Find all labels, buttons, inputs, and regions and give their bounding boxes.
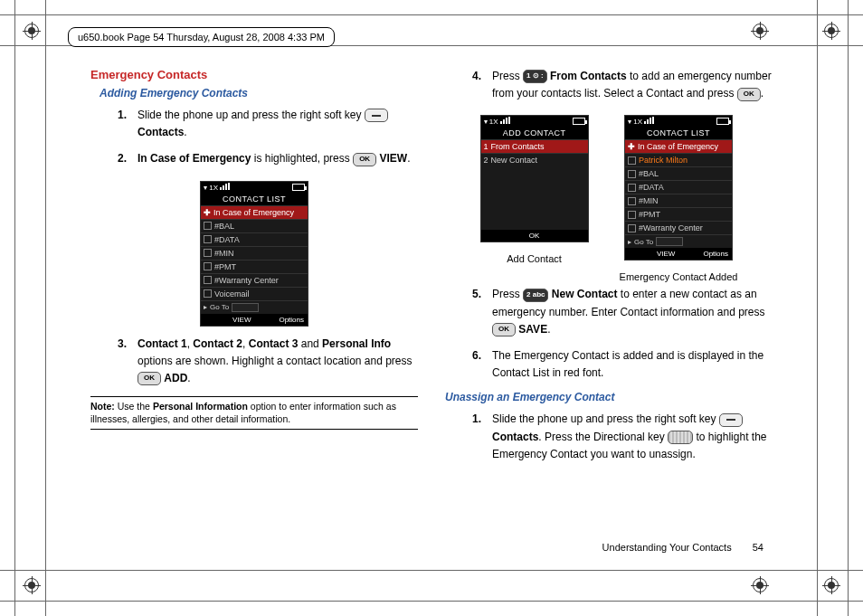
step-text-bold: From Contacts	[550, 70, 627, 82]
list-item: #PMT	[639, 210, 660, 219]
step-2: 2. In Case of Emergency is highlighted, …	[118, 150, 418, 167]
ok-key-icon: OK	[737, 88, 761, 101]
footer-chapter: Understanding Your Contacts	[602, 542, 732, 553]
softkey-view: VIEW	[232, 316, 251, 324]
right-soft-key-icon	[719, 413, 743, 427]
note-text: Use the	[115, 401, 153, 412]
signal-label: 1X	[209, 184, 218, 192]
softkey-ok: OK	[529, 232, 540, 240]
phone-title: CONTACT LIST	[625, 127, 732, 139]
subheading-unassign: Unassign an Emergency Contact	[445, 391, 773, 403]
directional-key-icon	[668, 431, 693, 444]
step-5: 5. Press 2 abc New Contact to enter a ne…	[472, 286, 773, 338]
list-item: #Warranty Center	[214, 276, 279, 285]
caption-emergency-added: Emergency Contact Added	[620, 271, 738, 282]
list-item: Patrick Milton	[639, 156, 688, 165]
unassign-step-1: 1. Slide the phone up and press the righ…	[472, 411, 773, 463]
step-text-bold: Contact 2	[193, 337, 242, 350]
page-content: Emergency Contacts Adding Emergency Cont…	[90, 68, 773, 557]
right-column: 4. Press 1 ⊙ : From Contacts to add an e…	[445, 68, 773, 557]
step-text-bold: SAVE	[518, 323, 547, 336]
page-header-stamp: u650.book Page 54 Thursday, August 28, 2…	[68, 27, 335, 47]
list-item: New Contact	[491, 156, 538, 165]
note-bold: Personal Information	[153, 401, 248, 412]
step-text-bold: Contact 1	[138, 337, 187, 350]
ok-key-icon: OK	[353, 153, 376, 166]
list-item: #BAL	[639, 169, 659, 178]
step-text-bold: In Case of Emergency	[138, 152, 251, 165]
step-text: Slide the phone up and press the right s…	[492, 412, 719, 425]
list-item: In Case of Emergency	[213, 208, 294, 217]
step-text: .	[407, 152, 410, 165]
heading-emergency-contacts: Emergency Contacts	[90, 68, 418, 81]
step-text: .	[547, 323, 550, 336]
step-number: 2.	[118, 150, 138, 167]
list-item: From Contacts	[491, 142, 545, 151]
list-item: #DATA	[639, 183, 664, 192]
ok-key-icon: OK	[492, 323, 516, 336]
step-text: Slide the phone up and press the right s…	[138, 109, 365, 121]
note-block: Note: Use the Personal Information optio…	[90, 396, 418, 430]
note-label: Note:	[90, 401, 115, 412]
list-item: #MIN	[639, 196, 659, 205]
step-number: 5.	[472, 286, 492, 338]
step-text: . Press the Directional key	[538, 431, 668, 443]
step-6: 6. The Emergency Contact is added and is…	[472, 347, 773, 382]
phone-screenshot-contact-list: ▾ 1X CONTACT LIST ✚In Case of Emergency …	[200, 181, 308, 327]
one-key-icon: 1 ⊙ :	[523, 70, 547, 83]
step-number: 4.	[472, 68, 492, 102]
step-text: .	[761, 87, 763, 100]
signal-label: 1X	[489, 118, 498, 126]
step-text: .	[184, 126, 186, 138]
goto-label: Go To	[634, 238, 653, 246]
step-text: .	[187, 372, 190, 384]
phone-screenshot-add-contact: ▾ 1X ADD CONTACT 1From Contacts 2New Con…	[480, 115, 589, 242]
step-number: 6.	[472, 347, 492, 382]
step-text-bold: Contacts	[138, 126, 184, 138]
goto-label: Go To	[210, 303, 229, 311]
step-4: 4. Press 1 ⊙ : From Contacts to add an e…	[472, 68, 773, 102]
list-item: #MIN	[214, 249, 234, 258]
battery-icon	[716, 118, 729, 125]
subheading-adding: Adding Emergency Contacts	[100, 87, 418, 100]
screenshots-row: ▾ 1X ADD CONTACT 1From Contacts 2New Con…	[445, 111, 773, 282]
list-item: #BAL	[214, 222, 234, 231]
step-3: 3. Contact 1, Contact 2, Contact 3 and P…	[118, 336, 418, 388]
footer-page-number: 54	[753, 542, 763, 553]
step-text-bold: New Contact	[552, 288, 618, 300]
list-item: Voicemail	[214, 289, 250, 299]
list-item: In Case of Emergency	[638, 142, 718, 151]
step-text: options are shown. Highlight a contact l…	[138, 355, 413, 367]
phone-screenshot-emergency-added: ▾ 1X CONTACT LIST ✚In Case of Emergency …	[624, 115, 733, 261]
step-text-bold: Contact 3	[249, 337, 299, 350]
list-item: #Warranty Center	[639, 223, 703, 232]
step-text: The Emergency Contact is added and is di…	[492, 349, 763, 379]
list-item: #PMT	[214, 262, 236, 271]
phone-title: CONTACT LIST	[201, 193, 308, 205]
list-item: #DATA	[214, 235, 240, 244]
softkey-options: Options	[279, 316, 304, 324]
step-text-bold: VIEW	[379, 152, 407, 165]
caption-add-contact: Add Contact	[507, 253, 562, 264]
battery-icon	[573, 118, 585, 125]
step-number: 1.	[472, 411, 492, 463]
step-number: 1.	[118, 107, 138, 141]
page-footer: Understanding Your Contacts 54	[602, 542, 763, 553]
step-number: 3.	[118, 336, 138, 388]
step-1: 1. Slide the phone up and press the righ…	[118, 107, 418, 141]
right-soft-key-icon	[365, 109, 388, 122]
ok-key-icon: OK	[138, 372, 161, 385]
step-text-bold: ADD	[164, 372, 187, 384]
item-num: 2	[484, 156, 488, 165]
battery-icon	[292, 184, 305, 191]
step-text: is highlighted, press	[251, 152, 353, 165]
step-text: Press	[492, 70, 523, 82]
step-text: Press	[492, 288, 523, 300]
item-num: 1	[484, 142, 488, 151]
signal-label: 1X	[633, 118, 642, 126]
two-key-icon: 2 abc	[523, 289, 548, 302]
softkey-view: VIEW	[657, 250, 675, 258]
softkey-options: Options	[703, 250, 728, 258]
phone-title: ADD CONTACT	[481, 127, 588, 139]
step-text-bold: Personal Info	[322, 337, 391, 350]
